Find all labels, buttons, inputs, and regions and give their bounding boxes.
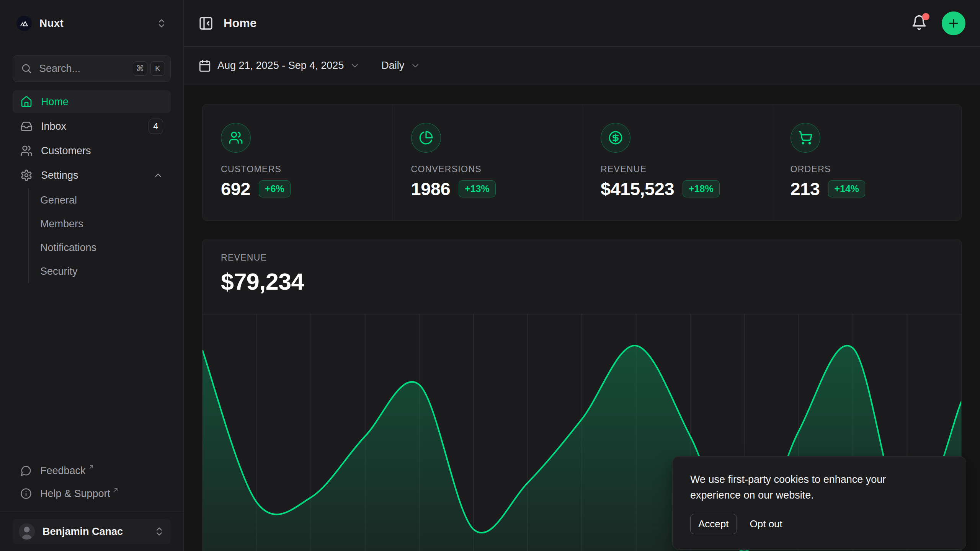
chevrons-up-down-icon [154, 526, 165, 537]
notifications-button[interactable] [911, 15, 927, 32]
chart-pie-icon [411, 123, 441, 153]
external-link-icon [88, 464, 95, 470]
chevron-down-icon [350, 61, 360, 71]
stat-delta-badge: +14% [828, 180, 865, 197]
sidebar-item-label: Settings [41, 170, 78, 181]
sidebar-divider [0, 512, 183, 512]
subnav-label: General [40, 194, 77, 206]
external-link-icon [113, 487, 119, 493]
sidebar-item-label: Inbox [41, 121, 66, 132]
chevron-up-icon [153, 170, 163, 180]
stats-row: CUSTOMERS 692 +6% CONVERSIONS 1986 [202, 104, 962, 221]
footer-item-label: Feedback [40, 465, 86, 477]
stat-orders[interactable]: ORDERS 213 +14% [772, 104, 962, 220]
avatar [19, 523, 35, 540]
notification-dot [922, 13, 929, 20]
sidebar-item-label: Customers [41, 145, 91, 157]
sidebar-item-home[interactable]: Home [13, 90, 171, 113]
gear-icon [20, 169, 33, 181]
sidebar-item-inbox[interactable]: Inbox 4 [13, 115, 171, 138]
user-menu[interactable]: Benjamin Canac [13, 519, 171, 544]
search-placeholder: Search... [39, 63, 130, 75]
subnav-label: Notifications [40, 242, 96, 254]
stat-delta-badge: +13% [459, 180, 496, 197]
sidebar: Nuxt Search... ⌘ K Home [0, 0, 184, 551]
chevrons-up-down-icon[interactable] [156, 18, 167, 29]
chart-total-value: $79,234 [221, 268, 943, 295]
user-name: Benjamin Canac [42, 526, 154, 538]
chevron-down-icon [410, 61, 420, 71]
sidebar-item-customers[interactable]: Customers [13, 139, 171, 162]
toolbar: Aug 21, 2025 - Sep 4, 2025 Daily [184, 47, 980, 85]
stat-label: ORDERS [791, 164, 943, 174]
users-icon [20, 145, 33, 157]
add-button[interactable] [942, 11, 965, 35]
stat-delta-badge: +6% [259, 180, 291, 197]
date-range-label: Aug 21, 2025 - Sep 4, 2025 [217, 60, 344, 72]
kbd-k: K [150, 61, 165, 76]
accept-cookies-button[interactable]: Accept [690, 514, 737, 534]
stat-value: 1986 [411, 178, 451, 199]
sidebar-nav: Home Inbox 4 [13, 90, 171, 283]
search-icon [21, 63, 32, 74]
page-title: Home [224, 16, 256, 30]
subnav-label: Members [40, 218, 83, 230]
stat-revenue[interactable]: REVENUE $415,523 +18% [582, 104, 772, 220]
sidebar-spacer [13, 283, 171, 460]
header: Home [184, 0, 980, 47]
inbox-count-badge: 4 [149, 119, 163, 134]
sidebar-item-notifications[interactable]: Notifications [29, 236, 171, 259]
period-select[interactable]: Daily [381, 60, 420, 72]
stat-label: CONVERSIONS [411, 164, 564, 174]
optout-cookies-button[interactable]: Opt out [750, 518, 782, 530]
app-window: Nuxt Search... ⌘ K Home [0, 0, 980, 551]
period-label: Daily [381, 60, 404, 72]
settings-subnav: General Members Notifications Security [28, 188, 171, 283]
stat-label: REVENUE [601, 164, 753, 174]
stat-label: CUSTOMERS [221, 164, 374, 174]
sidebar-item-feedback[interactable]: Feedback [13, 460, 171, 482]
message-bubble-icon [20, 465, 32, 476]
cookie-message: We use first-party cookies to enhance yo… [690, 472, 935, 503]
users-icon [221, 123, 251, 153]
shopping-cart-icon [791, 123, 820, 153]
sidebar-footer: Feedback Help & Support [13, 460, 171, 544]
date-range-picker[interactable]: Aug 21, 2025 - Sep 4, 2025 [198, 59, 360, 72]
search-input[interactable]: Search... ⌘ K [13, 55, 171, 82]
footer-item-label: Help & Support [40, 488, 110, 500]
stat-customers[interactable]: CUSTOMERS 692 +6% [203, 104, 392, 220]
sidebar-item-security[interactable]: Security [29, 259, 171, 283]
chart-title: REVENUE [221, 253, 943, 263]
sidebar-item-general[interactable]: General [29, 188, 171, 212]
stat-value: 692 [221, 178, 250, 199]
inbox-icon [20, 120, 33, 132]
sidebar-item-members[interactable]: Members [29, 212, 171, 236]
subnav-label: Security [40, 266, 78, 277]
nuxt-logo-icon [16, 16, 32, 31]
sidebar-item-settings[interactable]: Settings [13, 164, 171, 187]
stat-delta-badge: +18% [683, 180, 720, 197]
sidebar-item-help-support[interactable]: Help & Support [13, 483, 171, 505]
collapse-sidebar-icon[interactable] [198, 16, 214, 31]
sidebar-item-label: Home [41, 96, 69, 108]
cookie-banner: We use first-party cookies to enhance yo… [672, 456, 966, 550]
info-circle-icon [20, 488, 32, 499]
stat-conversions[interactable]: CONVERSIONS 1986 +13% [392, 104, 582, 220]
home-icon [20, 96, 33, 108]
workspace-switcher[interactable]: Nuxt [13, 9, 171, 37]
stat-value: 213 [791, 178, 820, 199]
workspace-name: Nuxt [39, 17, 156, 29]
calendar-icon [198, 59, 211, 72]
circle-dollar-icon [601, 123, 630, 153]
kbd-cmd: ⌘ [133, 61, 147, 76]
stat-value: $415,523 [601, 178, 674, 199]
